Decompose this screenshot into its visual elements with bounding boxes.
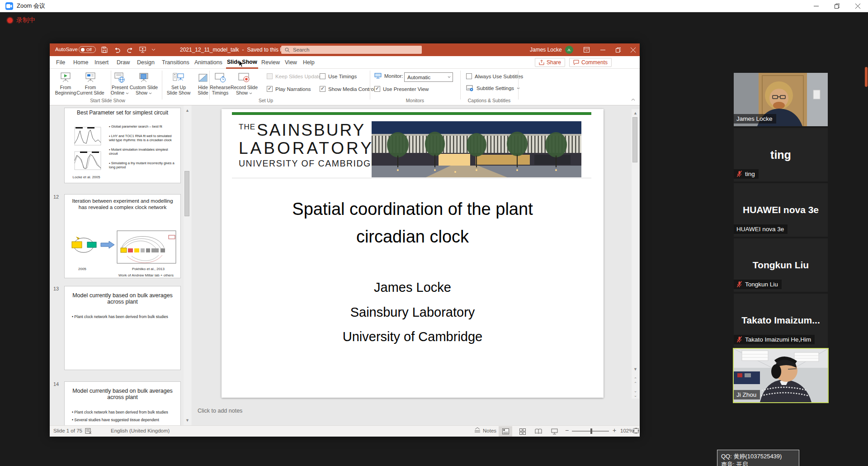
checkbox-icon xyxy=(466,73,472,79)
checkbox-always-use-subtitles[interactable]: Always Use Subtitles xyxy=(466,73,523,79)
scrollbar-thumb[interactable] xyxy=(632,117,637,162)
ribbon-display-options-icon[interactable] xyxy=(580,43,593,56)
collapse-ribbon-icon[interactable] xyxy=(631,97,635,102)
subtitle-settings-button[interactable]: Subtitle Settings xyxy=(466,85,520,91)
checkbox-label: Keep Slides Updated xyxy=(275,74,324,79)
close-icon[interactable] xyxy=(847,0,868,12)
record-slide-show-button[interactable]: Record Slide Show xyxy=(223,71,265,95)
monitor-value: Automatic xyxy=(407,75,430,80)
recording-indicator: 录制中 xyxy=(7,16,35,24)
search-input[interactable]: Search xyxy=(281,46,422,54)
minimize-icon[interactable] xyxy=(806,0,826,12)
spellcheck-icon[interactable] xyxy=(85,428,92,435)
scroll-down-icon[interactable]: ▼ xyxy=(184,417,191,423)
notes-button[interactable] xyxy=(474,427,481,433)
share-icon xyxy=(539,60,544,65)
slide-thumbnail-11[interactable]: Best Parameter set for simplest circuit … xyxy=(64,108,181,183)
screen: Zoom 会议 录制中 AutoSave Off xyxy=(0,0,868,466)
thumb-title: Model currently based on bulk averages a… xyxy=(65,382,180,400)
comments-button[interactable]: Comments xyxy=(569,58,612,67)
tab-home[interactable]: Home xyxy=(72,56,89,69)
participant-tile-huawei-nova-3e[interactable]: HUAWEI nova 3e HUAWEI nova 3e xyxy=(734,183,828,237)
slide-sorter-view-icon[interactable] xyxy=(516,426,529,437)
previous-slide-icon[interactable]: ⌃⌃ xyxy=(632,377,639,386)
checkbox-use-timings[interactable]: Use Timings xyxy=(320,73,357,79)
powerpoint-window: AutoSave Off 2021_12_11_model_talk xyxy=(50,43,640,437)
thumb-bullet: LHY and TOC1 RNA fit well to simulated w… xyxy=(109,134,178,142)
thumb-title: Best Parameter set for simplest circuit xyxy=(65,108,180,116)
zoom-logo-icon xyxy=(5,2,13,10)
autosave-toggle[interactable]: Off xyxy=(79,46,96,53)
edge-scroll-indicator[interactable] xyxy=(865,67,868,87)
zoom-in-icon[interactable]: + xyxy=(613,427,616,434)
scrollbar-thumb[interactable] xyxy=(184,171,189,216)
slide-thumbnail-12[interactable]: Iteration between experiment and modelli… xyxy=(64,194,181,278)
scroll-down-icon[interactable]: ▼ xyxy=(632,366,639,372)
ppt-statusbar: Slide 1 of 75 English (United Kingdom) N… xyxy=(50,425,640,437)
monitor-dropdown[interactable]: Automatic xyxy=(404,72,453,82)
start-slideshow-icon[interactable] xyxy=(138,46,146,54)
ppt-close-icon[interactable] xyxy=(626,43,640,56)
tab-review[interactable]: Review xyxy=(260,56,281,69)
reading-view-icon[interactable] xyxy=(532,426,545,437)
checkbox-play-narrations[interactable]: Play Narrations xyxy=(267,86,311,92)
tab-insert[interactable]: Insert xyxy=(94,56,109,69)
participant-tile-james-locke[interactable]: James Locke xyxy=(734,73,828,126)
tab-file[interactable]: File xyxy=(55,56,66,69)
ppt-work-area: Best Parameter set for simplest circuit … xyxy=(50,105,640,425)
account-name: James Locke xyxy=(530,47,562,53)
checkbox-use-presenter-view[interactable]: Use Presenter View xyxy=(374,86,429,92)
participant-tile-ji-zhou[interactable]: Ji Zhou xyxy=(734,349,828,402)
share-button[interactable]: Share xyxy=(535,58,565,67)
account-avatar[interactable]: JL xyxy=(565,46,573,54)
tab-view[interactable]: View xyxy=(284,56,298,69)
scroll-up-icon[interactable]: ▲ xyxy=(632,110,639,116)
quick-access-caret-icon[interactable] xyxy=(149,46,157,54)
recording-label: 录制中 xyxy=(16,16,35,24)
checkbox-keep-slides-updated[interactable]: Keep Slides Updated xyxy=(267,73,324,79)
ppt-restore-icon[interactable] xyxy=(611,43,625,56)
participant-tile-ting[interactable]: ting ting xyxy=(734,128,828,181)
fit-to-window-icon[interactable] xyxy=(633,428,639,435)
group-label-set-up: Set Up xyxy=(239,98,293,103)
checkbox-show-media-controls[interactable]: Show Media Controls xyxy=(320,86,377,92)
notes-label[interactable]: Notes xyxy=(483,428,496,433)
thumbnail-scrollbar[interactable]: ▲ ▼ xyxy=(184,105,191,425)
tab-draw[interactable]: Draw xyxy=(116,56,131,69)
slide-affiliation2: University of Cambridge xyxy=(222,329,604,344)
scroll-up-icon[interactable]: ▲ xyxy=(184,107,191,114)
share-label: Share xyxy=(547,59,561,66)
tab-animations[interactable]: Animations xyxy=(193,56,223,69)
language-indicator[interactable]: English (United Kingdom) xyxy=(111,428,170,433)
sainsbury-logo: THESAINSBURY LABORATORY UNIVERSITY OF CA… xyxy=(239,118,377,169)
tab-transitions[interactable]: Transitions xyxy=(161,56,190,69)
zoom-slider-thumb[interactable] xyxy=(590,428,592,434)
toggle-knob-icon xyxy=(81,48,85,52)
comments-label: Comments xyxy=(581,59,608,66)
normal-view-icon[interactable] xyxy=(499,426,512,437)
filename: 2021_12_11_model_talk xyxy=(180,47,239,53)
restore-icon[interactable] xyxy=(826,0,847,12)
save-icon[interactable] xyxy=(100,46,108,54)
checkbox-label: Use Presenter View xyxy=(383,86,429,92)
participant-tile-tongkun-liu[interactable]: Tongkun Liu Tongkun Liu xyxy=(734,238,828,292)
next-slide-icon[interactable]: ⌄⌄ xyxy=(632,389,639,398)
notes-placeholder[interactable]: Click to add notes xyxy=(198,408,242,414)
undo-icon[interactable] xyxy=(113,46,121,54)
thumb-bullet: Simulating a lhy mutant incorrectly give… xyxy=(109,161,178,169)
ppt-minimize-icon[interactable] xyxy=(596,43,609,56)
participant-tile-takato-imaizumi[interactable]: Takato Imaizum... Takato Imaizumi He,Him xyxy=(734,294,828,347)
tab-design[interactable]: Design xyxy=(136,56,156,69)
slide-scrollbar[interactable]: ▲ ▼ ⌃⌃ ⌄⌄ xyxy=(632,109,639,399)
muted-mic-icon xyxy=(736,171,742,177)
thumb-bullet: Plant clock network has been derived fro… xyxy=(72,410,173,414)
slideshow-view-icon[interactable] xyxy=(547,426,561,437)
current-slide[interactable]: THESAINSBURY LABORATORY UNIVERSITY OF CA… xyxy=(222,109,604,398)
slide-thumbnail-14[interactable]: Model currently based on bulk averages a… xyxy=(64,381,181,425)
tab-help[interactable]: Help xyxy=(302,56,316,69)
checkbox-icon xyxy=(320,73,326,79)
zoom-level[interactable]: 102% xyxy=(620,428,633,433)
slide-thumbnail-13[interactable]: Model currently based on bulk averages a… xyxy=(64,286,181,370)
zoom-out-icon[interactable]: − xyxy=(565,427,569,434)
redo-icon[interactable] xyxy=(126,46,134,54)
